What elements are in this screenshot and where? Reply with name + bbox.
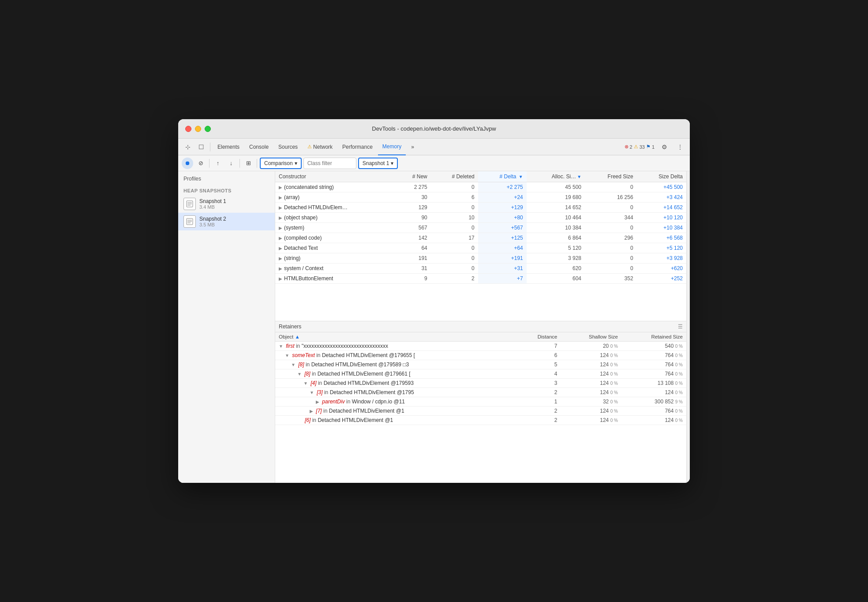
col-size-delta: Size Delta [637,171,686,182]
heap-snapshots-title: HEAP SNAPSHOTS [178,184,275,195]
retainer-row[interactable]: ▶ parentDiv in Window / cdpn.io @11 1 32… [275,397,686,406]
snapshot-2-info: Snapshot 2 3.5 MB [199,216,269,227]
ret-col-distance: Distance [516,332,561,342]
clear-button[interactable]: ⊘ [195,158,206,169]
snapshot-item-1[interactable]: Snapshot 1 3.4 MB [178,195,275,213]
chevron-down-icon-2: ▾ [391,160,393,166]
maximize-button[interactable] [205,126,211,132]
comparison-dropdown[interactable]: Comparison ▾ [260,158,302,169]
warning-icon: ⚠ [634,144,638,150]
devtools-container: ⊹ ☐ Elements Console Sources ⚠ Network P… [178,139,690,483]
retainers-table: Object ▲ Distance Shallow Size Retained … [275,332,686,425]
table-row[interactable]: ▶Detached Text 64 0 +64 5 120 0 +5 120 [275,243,686,253]
snapshot-item-2[interactable]: Snapshot 2 3.5 MB [178,213,275,230]
tab-more[interactable]: » [407,139,419,155]
main-area: Profiles HEAP SNAPSHOTS Snapshot 1 3.4 M… [178,171,690,483]
retainer-row[interactable]: ▼ someText in Detached HTMLDivElement @1… [275,351,686,360]
table-row[interactable]: ▶HTMLButtonElement 9 2 +7 604 352 +252 [275,274,686,284]
tab-sources[interactable]: Sources [274,139,302,155]
titlebar: DevTools - codepen.io/web-dot-dev/live/L… [178,119,690,139]
sidebar: Profiles HEAP SNAPSHOTS Snapshot 1 3.4 M… [178,171,275,483]
tab-right-area: ⊗ 2 ⚠ 33 ⚑ 1 ⚙ ⋮ [625,141,687,153]
tab-console[interactable]: Console [245,139,273,155]
error-icon: ⊗ [625,144,629,150]
table-row[interactable]: ▶system / Context 31 0 +31 620 0 +620 [275,263,686,274]
download-button[interactable]: ↓ [225,158,237,169]
cursor-icon[interactable]: ⊹ [182,141,194,153]
retainers-section: Retainers ☰ Object ▲ Distance Shallow Si… [275,321,686,454]
tab-separator [210,143,210,151]
devtools-tab-bar: ⊹ ☐ Elements Console Sources ⚠ Network P… [178,139,690,155]
network-warning-icon: ⚠ [307,144,312,150]
table-row[interactable]: ▶(string) 191 0 +191 3 928 0 +3 928 [275,253,686,263]
record-button[interactable]: ⏺ [182,158,193,169]
error-count: ⊗ 2 ⚠ 33 ⚑ 1 [625,144,655,150]
settings-icon[interactable]: ⚙ [658,141,670,153]
content-area: Constructor # New # Deleted # Delta ▼ Al… [275,171,686,483]
traffic-lights [185,126,211,132]
tab-memory[interactable]: Memory [378,139,406,155]
class-filter-input[interactable] [303,158,356,169]
retainers-menu-icon[interactable]: ☰ [678,324,683,330]
scrollbar[interactable] [686,171,690,483]
snapshot-button[interactable]: ⊞ [243,158,254,169]
col-deleted: # Deleted [431,171,478,182]
retainers-table-container[interactable]: Object ▲ Distance Shallow Size Retained … [275,332,686,454]
table-row[interactable]: ▶(concatenated string) 2 275 0 +2 275 45… [275,182,686,192]
minimize-button[interactable] [195,126,201,132]
retainer-row[interactable]: ▼ [8] in Detached HTMLDivElement @179661… [275,369,686,379]
ret-col-retained: Retained Size [621,332,686,342]
snapshot-dropdown[interactable]: Snapshot 1 ▾ [358,158,398,169]
main-table-container[interactable]: Constructor # New # Deleted # Delta ▼ Al… [275,171,686,321]
upload-button[interactable]: ↑ [212,158,224,169]
table-row[interactable]: ▶(compiled code) 142 17 +125 6 864 296 +… [275,233,686,243]
toolbar-separator-3 [257,159,257,168]
window-title: DevTools - codepen.io/web-dot-dev/live/L… [372,125,496,132]
retainer-row[interactable]: ▼ [4] in Detached HTMLDivElement @179593… [275,379,686,388]
table-row[interactable]: ▶Detached HTMLDivElem… 129 0 +129 14 652… [275,203,686,213]
heap-comparison-table: Constructor # New # Deleted # Delta ▼ Al… [275,171,686,284]
info-icon: ⚑ [646,144,651,150]
snapshot-icon-1 [183,198,196,210]
more-options-icon[interactable]: ⋮ [674,141,686,153]
retainer-row[interactable]: ▼ [3] in Detached HTMLDivElement @1795 2… [275,388,686,397]
tab-network[interactable]: ⚠ Network [303,139,337,155]
snapshot-1-info: Snapshot 1 3.4 MB [199,198,269,210]
chevron-down-icon: ▾ [295,160,297,166]
col-delta[interactable]: # Delta ▼ [478,171,527,182]
inspect-icon[interactable]: ☐ [195,141,207,153]
col-freed: Freed Size [585,171,637,182]
ret-col-shallow: Shallow Size [561,332,621,342]
retainer-row[interactable]: ▼ [8] in Detached HTMLDivElement @179589… [275,360,686,369]
table-row[interactable]: ▶(array) 30 6 +24 19 680 16 256 +3 424 [275,192,686,203]
retainer-row[interactable]: ▶ [7] in Detached HTMLDivElement @1 2 12… [275,406,686,416]
ret-col-object: Object ▲ [275,332,516,342]
col-constructor: Constructor [275,171,396,182]
table-row[interactable]: ▶(system) 567 0 +567 10 384 0 +10 384 [275,223,686,233]
retainer-row[interactable]: [6] in Detached HTMLDivElement @1 2 124 … [275,416,686,425]
snapshot-icon-2 [183,215,196,228]
profiles-title: Profiles [178,171,275,184]
col-alloc[interactable]: Alloc. Si…▼ [527,171,585,182]
table-row[interactable]: ▶(object shape) 90 10 +80 10 464 344 +10… [275,213,686,223]
toolbar-separator-2 [239,159,240,168]
toolbar: ⏺ ⊘ ↑ ↓ ⊞ Comparison ▾ Snapshot 1 ▾ [178,155,690,171]
devtools-window: DevTools - codepen.io/web-dot-dev/live/L… [178,119,690,483]
col-new: # New [396,171,430,182]
retainers-header: Retainers ☰ [275,321,686,332]
tab-performance[interactable]: Performance [338,139,377,155]
close-button[interactable] [185,126,191,132]
tab-elements[interactable]: Elements [213,139,244,155]
toolbar-separator-1 [209,159,210,168]
retainer-row[interactable]: ▼ first in "xxxxxxxxxxxxxxxxxxxxxxxxxxxx… [275,342,686,351]
